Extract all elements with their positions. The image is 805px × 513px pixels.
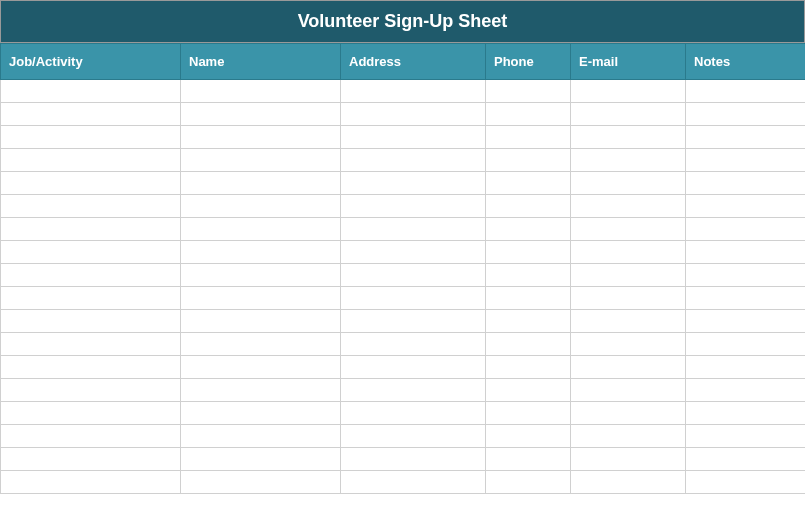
table-cell[interactable] xyxy=(571,80,686,103)
table-cell[interactable] xyxy=(686,172,806,195)
table-cell[interactable] xyxy=(686,218,806,241)
table-cell[interactable] xyxy=(486,241,571,264)
table-cell[interactable] xyxy=(571,126,686,149)
table-cell[interactable] xyxy=(341,333,486,356)
table-cell[interactable] xyxy=(571,333,686,356)
table-cell[interactable] xyxy=(1,172,181,195)
table-cell[interactable] xyxy=(486,172,571,195)
table-cell[interactable] xyxy=(486,379,571,402)
table-cell[interactable] xyxy=(341,80,486,103)
table-cell[interactable] xyxy=(181,333,341,356)
table-cell[interactable] xyxy=(571,310,686,333)
table-cell[interactable] xyxy=(1,402,181,425)
table-cell[interactable] xyxy=(571,448,686,471)
table-cell[interactable] xyxy=(686,126,806,149)
table-cell[interactable] xyxy=(571,149,686,172)
table-cell[interactable] xyxy=(686,195,806,218)
table-cell[interactable] xyxy=(341,310,486,333)
table-cell[interactable] xyxy=(686,80,806,103)
table-cell[interactable] xyxy=(486,471,571,494)
table-cell[interactable] xyxy=(1,264,181,287)
table-cell[interactable] xyxy=(181,126,341,149)
table-cell[interactable] xyxy=(571,425,686,448)
table-cell[interactable] xyxy=(486,448,571,471)
table-cell[interactable] xyxy=(341,241,486,264)
table-cell[interactable] xyxy=(486,103,571,126)
table-cell[interactable] xyxy=(341,402,486,425)
table-cell[interactable] xyxy=(571,103,686,126)
table-cell[interactable] xyxy=(686,402,806,425)
table-cell[interactable] xyxy=(486,356,571,379)
table-cell[interactable] xyxy=(341,195,486,218)
table-cell[interactable] xyxy=(181,264,341,287)
table-cell[interactable] xyxy=(686,471,806,494)
table-cell[interactable] xyxy=(571,218,686,241)
table-cell[interactable] xyxy=(181,241,341,264)
table-cell[interactable] xyxy=(571,356,686,379)
table-cell[interactable] xyxy=(181,287,341,310)
table-cell[interactable] xyxy=(686,310,806,333)
table-cell[interactable] xyxy=(1,379,181,402)
table-cell[interactable] xyxy=(181,218,341,241)
table-cell[interactable] xyxy=(1,241,181,264)
table-cell[interactable] xyxy=(686,264,806,287)
table-cell[interactable] xyxy=(686,448,806,471)
table-cell[interactable] xyxy=(341,126,486,149)
table-cell[interactable] xyxy=(341,218,486,241)
table-cell[interactable] xyxy=(181,425,341,448)
table-cell[interactable] xyxy=(486,149,571,172)
table-cell[interactable] xyxy=(571,264,686,287)
table-cell[interactable] xyxy=(341,379,486,402)
table-cell[interactable] xyxy=(181,103,341,126)
table-cell[interactable] xyxy=(341,264,486,287)
table-cell[interactable] xyxy=(571,195,686,218)
table-cell[interactable] xyxy=(341,425,486,448)
table-cell[interactable] xyxy=(571,241,686,264)
table-cell[interactable] xyxy=(1,80,181,103)
table-cell[interactable] xyxy=(486,287,571,310)
table-cell[interactable] xyxy=(1,471,181,494)
table-cell[interactable] xyxy=(181,448,341,471)
table-cell[interactable] xyxy=(181,149,341,172)
table-cell[interactable] xyxy=(486,310,571,333)
table-cell[interactable] xyxy=(1,195,181,218)
table-cell[interactable] xyxy=(1,310,181,333)
table-cell[interactable] xyxy=(341,287,486,310)
table-cell[interactable] xyxy=(486,333,571,356)
table-cell[interactable] xyxy=(571,287,686,310)
table-cell[interactable] xyxy=(1,356,181,379)
table-cell[interactable] xyxy=(571,172,686,195)
table-cell[interactable] xyxy=(181,310,341,333)
table-cell[interactable] xyxy=(181,356,341,379)
table-cell[interactable] xyxy=(181,379,341,402)
table-cell[interactable] xyxy=(686,356,806,379)
table-cell[interactable] xyxy=(571,471,686,494)
table-cell[interactable] xyxy=(486,126,571,149)
table-cell[interactable] xyxy=(686,287,806,310)
table-cell[interactable] xyxy=(341,356,486,379)
table-cell[interactable] xyxy=(486,218,571,241)
table-cell[interactable] xyxy=(341,149,486,172)
table-cell[interactable] xyxy=(686,103,806,126)
table-cell[interactable] xyxy=(486,425,571,448)
table-cell[interactable] xyxy=(571,402,686,425)
table-cell[interactable] xyxy=(1,425,181,448)
table-cell[interactable] xyxy=(571,379,686,402)
table-cell[interactable] xyxy=(1,218,181,241)
table-cell[interactable] xyxy=(1,333,181,356)
table-cell[interactable] xyxy=(1,103,181,126)
table-cell[interactable] xyxy=(686,379,806,402)
table-cell[interactable] xyxy=(686,149,806,172)
table-cell[interactable] xyxy=(1,149,181,172)
table-cell[interactable] xyxy=(686,241,806,264)
table-cell[interactable] xyxy=(341,172,486,195)
table-cell[interactable] xyxy=(181,471,341,494)
table-cell[interactable] xyxy=(181,195,341,218)
table-cell[interactable] xyxy=(686,425,806,448)
table-cell[interactable] xyxy=(181,402,341,425)
table-cell[interactable] xyxy=(1,448,181,471)
table-cell[interactable] xyxy=(181,172,341,195)
table-cell[interactable] xyxy=(341,471,486,494)
table-cell[interactable] xyxy=(486,264,571,287)
table-cell[interactable] xyxy=(341,448,486,471)
